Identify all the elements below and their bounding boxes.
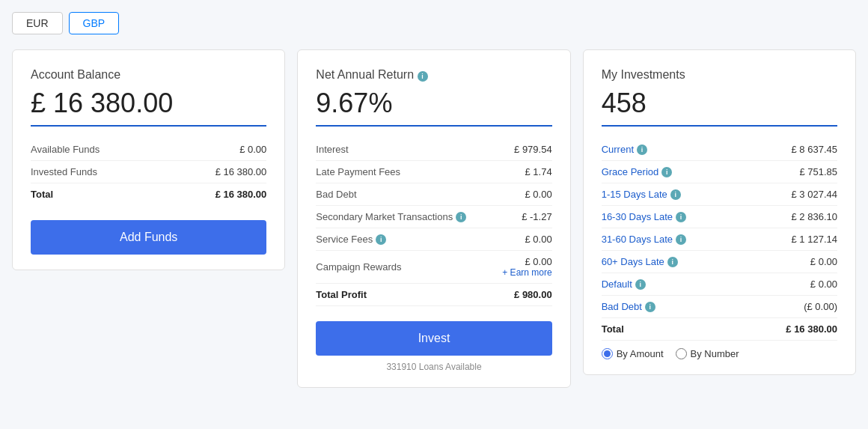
my-investments-card: My Investments 458 Current i £ 8 637.45 … [583,49,856,375]
account-balance-value: £ 16 380.00 [31,88,266,119]
bad-debt-invest-value: (£ 0.00) [804,301,837,312]
by-amount-option[interactable]: By Amount [602,348,664,359]
service-fees-row: Service Fees i £ 0.00 [316,228,551,251]
gbp-button[interactable]: GBP [69,12,120,34]
cards-row: Account Balance £ 16 380.00 Available Fu… [12,49,856,388]
total-profit-row: Total Profit £ 980.00 [316,284,551,306]
current-link[interactable]: Current [602,144,634,155]
secondary-market-label: Secondary Market Transactions i [316,211,466,222]
late-payment-fees-row: Late Payment Fees £ 1.74 [316,161,551,183]
secondary-market-row: Secondary Market Transactions i £ -1.27 [316,206,551,228]
days-late-16-30-value: £ 2 836.10 [792,211,837,222]
days-late-1-15-info-icon[interactable]: i [670,189,681,200]
bad-debt-label: Bad Debt [316,189,356,200]
days-late-60plus-label: 60+ Days Late i [602,256,678,267]
grace-period-value: £ 751.85 [799,166,837,177]
default-value: £ 0.00 [810,279,837,290]
campaign-rewards-value-wrap: £ 0.00 + Earn more [502,256,551,278]
campaign-rewards-value: £ 0.00 [525,256,552,267]
late-payment-fees-label: Late Payment Fees [316,166,400,177]
my-investments-value: 458 [602,88,837,119]
total-profit-label: Total Profit [316,289,367,300]
grace-period-link[interactable]: Grace Period [602,166,659,177]
net-annual-return-info-icon[interactable]: i [418,71,428,82]
campaign-rewards-row: Campaign Rewards £ 0.00 + Earn more [316,251,551,284]
add-funds-button[interactable]: Add Funds [31,220,266,255]
by-number-label: By Number [691,348,739,359]
days-late-31-60-value: £ 1 127.14 [792,234,837,245]
days-late-60plus-row: 60+ Days Late i £ 0.00 [602,251,837,273]
account-balance-title: Account Balance [31,68,266,82]
days-late-31-60-link[interactable]: 31-60 Days Late [602,234,673,245]
grace-period-row: Grace Period i £ 751.85 [602,161,837,183]
days-late-60plus-link[interactable]: 60+ Days Late [602,256,664,267]
service-fees-info-icon[interactable]: i [376,234,386,245]
by-number-radio[interactable] [676,348,687,359]
loans-available: 331910 Loans Available [316,362,551,372]
invested-funds-label: Invested Funds [31,166,97,177]
grace-period-info-icon[interactable]: i [661,167,672,177]
earn-more-link[interactable]: + Earn more [502,267,551,278]
net-annual-return-title: Net Annual Return i [316,68,551,82]
available-funds-label: Available Funds [31,144,100,155]
days-late-1-15-row: 1-15 Days Late i £ 3 027.44 [602,183,837,206]
days-late-60plus-info-icon[interactable]: i [667,257,678,267]
days-late-60plus-value: £ 0.00 [810,256,837,267]
default-row: Default i £ 0.00 [602,273,837,296]
account-total-label: Total [31,189,53,200]
net-annual-return-divider [316,125,551,127]
investments-total-row: Total £ 16 380.00 [602,318,837,341]
days-late-16-30-label: 16-30 Days Late i [602,211,686,222]
days-late-16-30-row: 16-30 Days Late i £ 2 836.10 [602,206,837,228]
bad-debt-invest-info-icon[interactable]: i [645,302,655,312]
days-late-31-60-label: 31-60 Days Late i [602,234,686,245]
days-late-1-15-label: 1-15 Days Late i [602,189,681,200]
days-late-1-15-link[interactable]: 1-15 Days Late [602,189,667,200]
my-investments-divider [602,125,837,127]
bad-debt-value: £ 0.00 [525,189,552,200]
current-info-icon[interactable]: i [637,144,647,155]
secondary-market-info-icon[interactable]: i [456,212,466,222]
current-row: Current i £ 8 637.45 [602,139,837,161]
service-fees-label: Service Fees i [316,234,386,245]
by-number-option[interactable]: By Number [676,348,739,359]
bad-debt-invest-link[interactable]: Bad Debt [602,301,642,312]
bad-debt-row: Bad Debt £ 0.00 [316,183,551,206]
grace-period-label: Grace Period i [602,166,673,177]
investments-total-label: Total [602,323,624,335]
investments-total-value: £ 16 380.00 [786,323,837,335]
days-late-31-60-row: 31-60 Days Late i £ 1 127.14 [602,228,837,251]
secondary-market-value: £ -1.27 [522,211,551,222]
interest-value: £ 979.54 [514,144,552,155]
radio-group: By Amount By Number [602,348,837,359]
account-total-value: £ 16 380.00 [216,189,267,200]
net-annual-return-card: Net Annual Return i 9.67% Interest £ 979… [297,49,570,388]
days-late-31-60-info-icon[interactable]: i [676,234,686,245]
currency-bar: EUR GBP [12,12,856,34]
current-label: Current i [602,144,647,155]
default-link[interactable]: Default [602,279,632,290]
my-investments-title: My Investments [602,68,837,82]
by-amount-label: By Amount [617,348,664,359]
account-balance-card: Account Balance £ 16 380.00 Available Fu… [12,49,285,270]
days-late-16-30-link[interactable]: 16-30 Days Late [602,211,673,222]
bad-debt-invest-row: Bad Debt i (£ 0.00) [602,296,837,318]
available-funds-row: Available Funds £ 0.00 [31,139,266,161]
by-amount-radio[interactable] [602,348,613,359]
account-balance-divider [31,125,266,127]
current-value: £ 8 637.45 [792,144,837,155]
total-profit-value: £ 980.00 [514,289,552,300]
invest-button[interactable]: Invest [316,321,551,356]
default-info-icon[interactable]: i [635,279,646,290]
interest-row: Interest £ 979.54 [316,139,551,161]
eur-button[interactable]: EUR [12,12,63,34]
bad-debt-invest-label: Bad Debt i [602,301,655,312]
campaign-rewards-label: Campaign Rewards [316,261,401,273]
account-total-row: Total £ 16 380.00 [31,183,266,205]
days-late-1-15-value: £ 3 027.44 [792,189,837,200]
late-payment-fees-value: £ 1.74 [525,166,552,177]
days-late-16-30-info-icon[interactable]: i [676,212,686,222]
invested-funds-value: £ 16 380.00 [216,166,267,177]
net-annual-return-value: 9.67% [316,88,551,119]
invested-funds-row: Invested Funds £ 16 380.00 [31,161,266,183]
